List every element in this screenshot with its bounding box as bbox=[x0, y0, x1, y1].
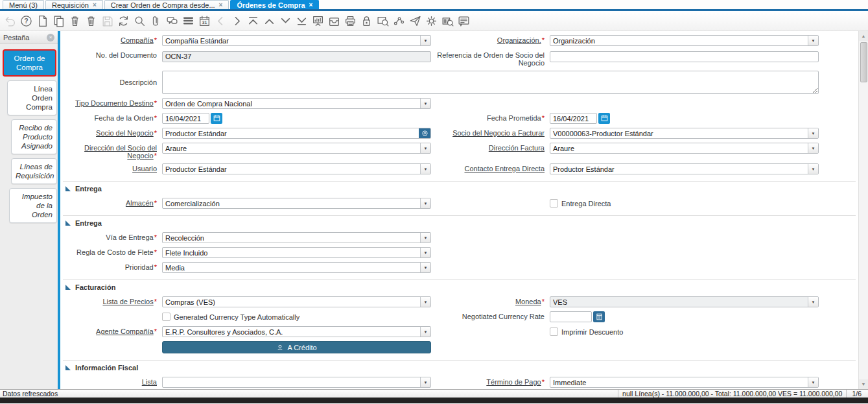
tab-requisicion[interactable]: Requisición × bbox=[45, 0, 103, 9]
chevron-down-icon[interactable]: ▼ bbox=[420, 297, 430, 307]
termino-pago-select[interactable]: Immediate▼ bbox=[550, 377, 819, 388]
archive-button[interactable] bbox=[326, 12, 342, 30]
new-record-button[interactable] bbox=[34, 12, 51, 30]
bp-order-reference-input[interactable] bbox=[550, 51, 819, 62]
chevron-down-icon[interactable]: ▼ bbox=[420, 99, 430, 108]
chevron-down-icon[interactable]: ▼ bbox=[808, 128, 818, 138]
direccion-socio-select[interactable]: Araure▼ bbox=[162, 143, 431, 154]
workflow-button[interactable] bbox=[391, 12, 407, 30]
chevron-down-icon[interactable]: ▼ bbox=[420, 263, 430, 272]
direccion-socio-label[interactable]: Dirección del Socio del Negocio* bbox=[63, 143, 162, 160]
almacen-label[interactable]: Almacén* bbox=[63, 198, 162, 207]
chevron-down-icon[interactable]: ▼ bbox=[808, 377, 818, 387]
termino-pago-label[interactable]: Término de Pago* bbox=[431, 377, 550, 386]
lista-precios-select[interactable]: Compras (VES)▼ bbox=[162, 296, 431, 307]
chevron-down-icon[interactable]: ▼ bbox=[420, 248, 430, 257]
window-chat-button[interactable] bbox=[456, 12, 472, 30]
delete-record-button[interactable] bbox=[67, 12, 83, 30]
almacen-select[interactable]: Comercialización▼ bbox=[162, 198, 431, 209]
undo-button[interactable] bbox=[2, 12, 18, 30]
fecha-prometida-input[interactable] bbox=[550, 113, 597, 124]
send-request-button[interactable] bbox=[407, 12, 423, 30]
socio-facturar-label[interactable]: Socio del Negocio a Facturar bbox=[431, 128, 550, 137]
tab-ordenes-de-compra[interactable]: Órdenes de Compra × bbox=[230, 0, 319, 9]
usuario-label[interactable]: Usuario bbox=[63, 163, 162, 172]
socio-facturar-select[interactable]: V00000063-Productor Estándar▼ bbox=[550, 128, 819, 139]
vertical-scrollbar[interactable]: ▲ ▼ bbox=[858, 31, 868, 389]
section-entrega-2[interactable]: Entrega bbox=[63, 215, 856, 227]
sidebar-tab-linea-orden-compra[interactable]: Línea Orden Compra bbox=[7, 80, 57, 115]
prioridad-select[interactable]: Media▼ bbox=[162, 262, 431, 273]
organizacion-label[interactable]: Organización.* bbox=[431, 35, 550, 44]
nav-down-button[interactable] bbox=[277, 12, 294, 30]
via-entrega-select[interactable]: Recolección▼ bbox=[162, 232, 431, 243]
calendar-button[interactable]: 31 bbox=[196, 12, 213, 30]
product-info-button[interactable] bbox=[440, 12, 456, 30]
find-button[interactable] bbox=[132, 12, 148, 30]
chevron-down-icon[interactable]: ▼ bbox=[808, 164, 818, 174]
chevron-down-icon[interactable]: ▼ bbox=[420, 327, 430, 337]
chevron-down-icon[interactable]: ▼ bbox=[808, 36, 818, 45]
document-no-input[interactable] bbox=[162, 51, 431, 62]
direccion-factura-select[interactable]: Araure▼ bbox=[550, 143, 819, 154]
nav-first-button[interactable] bbox=[245, 12, 261, 30]
chevron-down-icon[interactable]: ▼ bbox=[420, 164, 430, 174]
chevron-down-icon[interactable]: ▼ bbox=[420, 143, 430, 153]
moneda-label[interactable]: Moneda* bbox=[431, 296, 550, 305]
socio-negocio-field[interactable]: Productor Estándar bbox=[162, 128, 431, 139]
attachment-button[interactable] bbox=[148, 12, 164, 30]
lista-precios-label[interactable]: Lista de Precios* bbox=[63, 296, 162, 305]
chevron-down-icon[interactable]: ▼ bbox=[420, 198, 430, 208]
sidebar-tab-recibo-producto-asignado[interactable]: Recibo de Producto Asignado bbox=[11, 119, 57, 154]
delete-selection-button[interactable] bbox=[83, 12, 99, 30]
chat-button[interactable] bbox=[164, 12, 180, 30]
help-button[interactable]: ? bbox=[18, 12, 34, 30]
section-entrega-1[interactable]: Entrega bbox=[63, 181, 856, 193]
chevron-down-icon[interactable]: ▼ bbox=[808, 143, 818, 153]
descripcion-textarea[interactable] bbox=[162, 71, 819, 94]
compania-select[interactable]: Compañía Estándar▼ bbox=[162, 35, 431, 46]
section-facturacion[interactable]: Facturación bbox=[63, 279, 856, 291]
close-icon[interactable]: × bbox=[309, 1, 313, 8]
sidebar-collapse-button[interactable]: × bbox=[47, 34, 54, 42]
print-button[interactable] bbox=[342, 12, 358, 30]
socio-negocio-label[interactable]: Socio del Negocio* bbox=[63, 128, 162, 137]
a-credito-button[interactable]: A Crédito bbox=[162, 341, 431, 353]
negotiated-rate-input[interactable] bbox=[550, 311, 592, 322]
nav-last-button[interactable] bbox=[294, 12, 310, 30]
tab-menu[interactable]: Menú (3) bbox=[3, 0, 44, 9]
lista-fiscal-select[interactable]: ▼ bbox=[162, 377, 431, 388]
agente-compania-label[interactable]: Agente Compañía* bbox=[63, 326, 162, 335]
scroll-down-button[interactable]: ▼ bbox=[859, 379, 868, 389]
chevron-down-icon[interactable]: ▼ bbox=[420, 377, 430, 387]
nav-next-button[interactable] bbox=[229, 12, 245, 30]
copy-record-button[interactable] bbox=[51, 12, 67, 30]
scrollbar-thumb[interactable] bbox=[860, 42, 867, 82]
entrega-directa-checkbox[interactable] bbox=[550, 199, 558, 208]
chevron-down-icon[interactable]: ▼ bbox=[808, 297, 818, 307]
contacto-entrega-select[interactable]: Productor Estándar▼ bbox=[550, 163, 819, 174]
tipo-documento-label[interactable]: Tipo Documento Destino* bbox=[63, 98, 162, 107]
socio-negocio-info-button[interactable] bbox=[419, 128, 430, 139]
imprimir-descuento-checkbox[interactable] bbox=[550, 327, 558, 336]
lock-button[interactable] bbox=[358, 12, 375, 30]
fecha-prometida-calendar-button[interactable] bbox=[598, 113, 610, 124]
direccion-factura-label[interactable]: Dirección Factura bbox=[431, 143, 550, 152]
fecha-orden-calendar-button[interactable] bbox=[211, 113, 222, 124]
regla-flete-select[interactable]: Flete Incluido▼ bbox=[162, 247, 431, 258]
grid-toggle-button[interactable] bbox=[180, 12, 196, 30]
save-button[interactable] bbox=[99, 12, 115, 30]
nav-previous-button[interactable] bbox=[213, 12, 229, 30]
chevron-down-icon[interactable]: ▼ bbox=[420, 36, 430, 45]
close-icon[interactable]: × bbox=[93, 1, 97, 8]
refresh-button[interactable] bbox=[115, 12, 132, 30]
scroll-up-button[interactable]: ▲ bbox=[859, 31, 868, 41]
generated-currency-checkbox[interactable] bbox=[162, 313, 170, 321]
fecha-orden-input[interactable] bbox=[162, 113, 209, 124]
zoom-across-button[interactable] bbox=[375, 12, 391, 30]
organizacion-select[interactable]: Organización▼ bbox=[550, 35, 819, 46]
tipo-documento-select[interactable]: Orden de Compra Nacional▼ bbox=[162, 98, 431, 109]
sidebar-tab-lineas-de-requisicion[interactable]: Líneas de Requisición bbox=[11, 158, 57, 184]
close-icon[interactable]: × bbox=[219, 1, 223, 8]
lista-fiscal-label[interactable]: Lista bbox=[63, 377, 162, 386]
